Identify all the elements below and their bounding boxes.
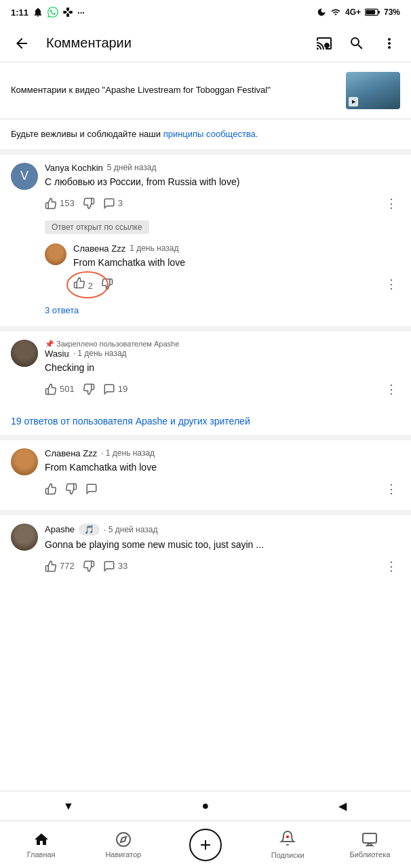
battery-icon bbox=[365, 8, 380, 16]
signal-icon bbox=[330, 7, 341, 17]
pinned-badge: 📌 Закреплено пользователем Apashe bbox=[45, 340, 400, 349]
nav-home[interactable]: Главная bbox=[0, 821, 82, 868]
comment-2-time: · 1 день назад bbox=[73, 349, 127, 358]
nav-library[interactable]: Библиотека bbox=[329, 821, 411, 868]
back-button[interactable] bbox=[8, 30, 35, 57]
reply-1-header: Славена Zzz 1 день назад bbox=[73, 243, 400, 254]
more-reply-1[interactable]: ⋮ bbox=[383, 274, 400, 294]
like-button-4[interactable]: 772 bbox=[45, 560, 75, 572]
nav-navigator[interactable]: Навигатор bbox=[82, 821, 164, 868]
comment-2-body: 📌 Закреплено пользователем Apashe Wasiu … bbox=[45, 340, 400, 399]
nav-subscriptions[interactable]: Подписки bbox=[247, 821, 329, 868]
many-replies-link[interactable]: 19 ответов от пользователя Apashe и друг… bbox=[0, 410, 411, 435]
reply-1-time: 1 день назад bbox=[130, 243, 178, 253]
nav-add[interactable] bbox=[164, 821, 246, 868]
comment-section-1: V Vanya Kochkin 5 дней назад С любовью и… bbox=[0, 155, 411, 326]
like-button-3[interactable] bbox=[45, 483, 57, 495]
comment-1-actions: 153 3 ⋮ bbox=[45, 193, 400, 214]
avatar-slavena-3 bbox=[11, 448, 38, 475]
comment-4-actions: 772 33 ⋮ bbox=[45, 556, 400, 576]
reply-btn-3[interactable] bbox=[85, 483, 98, 495]
game-icon bbox=[62, 7, 73, 18]
divider-1 bbox=[0, 326, 411, 332]
nav-home-label: Главная bbox=[27, 850, 56, 859]
status-left: 1:11 ··· bbox=[11, 7, 85, 18]
dislike-button-reply-1[interactable] bbox=[101, 278, 113, 290]
comment-section-3: Славена Zzz · 1 день назад From Kamchatk… bbox=[0, 440, 411, 510]
avatar-vanya: V bbox=[11, 163, 38, 190]
video-info-text: Комментарии к видео "Apashe Livestream f… bbox=[11, 84, 338, 96]
comment-1-header: Vanya Kochkin 5 дней назад bbox=[45, 163, 400, 173]
android-nav: ▼ ● ◀ bbox=[0, 791, 411, 821]
guidelines-text: Будьте вежливы и соблюдайте наши bbox=[11, 129, 163, 139]
like-button-2[interactable]: 501 bbox=[45, 383, 75, 395]
more-comment-2[interactable]: ⋮ bbox=[383, 379, 400, 399]
reply-item-1: Славена Zzz 1 день назад From Kamchatka … bbox=[45, 243, 400, 294]
reply-count-4: 33 bbox=[118, 561, 128, 571]
page-title: Комментарии bbox=[46, 35, 305, 51]
video-thumbnail[interactable]: ▶ bbox=[346, 72, 400, 109]
battery-pct: 73% bbox=[384, 7, 400, 17]
comment-section-4: Apashe 🎵 · 5 дней назад Gonna be playing… bbox=[0, 515, 411, 587]
divider-3 bbox=[0, 510, 411, 515]
android-back[interactable]: ▼ bbox=[55, 793, 82, 820]
dislike-button-3[interactable] bbox=[65, 483, 77, 495]
reply-1-author: Славена Zzz bbox=[73, 243, 125, 254]
guidelines-section: Будьте вежливы и соблюдайте наши принцип… bbox=[0, 119, 411, 155]
comment-3-author: Славена Zzz bbox=[45, 448, 97, 458]
comment-4-text: Gonna be playing some new music too, jus… bbox=[45, 538, 400, 552]
comment-2-header: Wasiu · 1 день назад bbox=[45, 349, 400, 359]
reply-btn-4[interactable]: 33 bbox=[103, 560, 128, 572]
comment-1-author: Vanya Kochkin bbox=[45, 163, 103, 173]
svg-rect-5 bbox=[363, 833, 376, 843]
reply-btn-2[interactable]: 19 bbox=[103, 383, 128, 395]
reply-badge: Ответ открыт по ссылке bbox=[45, 220, 149, 234]
reply-count-1: 3 bbox=[118, 198, 123, 208]
video-info: Комментарии к видео "Apashe Livestream f… bbox=[0, 62, 411, 119]
comment-4: Apashe 🎵 · 5 дней назад Gonna be playing… bbox=[11, 524, 400, 576]
avatar-letter: V bbox=[20, 169, 28, 183]
whatsapp-icon bbox=[47, 7, 58, 18]
comment-2-text: Checking in bbox=[45, 361, 400, 375]
android-home[interactable]: ● bbox=[192, 793, 219, 820]
library-icon bbox=[361, 831, 378, 848]
comment-4-header: Apashe 🎵 · 5 дней назад bbox=[45, 524, 400, 536]
comment-4-time: · 5 дней назад bbox=[104, 525, 157, 534]
nav-navigator-label: Навигатор bbox=[105, 850, 141, 859]
reply-btn-1[interactable]: 3 bbox=[103, 197, 123, 210]
comment-4-body: Apashe 🎵 · 5 дней назад Gonna be playing… bbox=[45, 524, 400, 576]
comment-1-text: С любовью из России, from Russia with lo… bbox=[45, 175, 400, 189]
guidelines-link[interactable]: принципы сообщества. bbox=[163, 129, 258, 139]
replies-link-1[interactable]: 3 ответа bbox=[45, 305, 79, 315]
cast-button[interactable] bbox=[311, 30, 338, 57]
comment-section-2: 📌 Закреплено пользователем Apashe Wasiu … bbox=[0, 332, 411, 410]
add-button[interactable] bbox=[189, 829, 222, 861]
svg-point-3 bbox=[117, 833, 130, 846]
dislike-button-1[interactable] bbox=[83, 197, 95, 210]
svg-rect-2 bbox=[378, 11, 380, 14]
more-comment-1[interactable]: ⋮ bbox=[383, 193, 400, 214]
comment-2-actions: 501 19 ⋮ bbox=[45, 379, 400, 399]
more-comment-3[interactable]: ⋮ bbox=[383, 479, 400, 499]
comment-1: V Vanya Kochkin 5 дней назад С любовью и… bbox=[11, 163, 400, 315]
android-recent[interactable]: ◀ bbox=[329, 793, 356, 820]
comment-3-time: · 1 день назад bbox=[101, 448, 155, 458]
dislike-button-2[interactable] bbox=[83, 383, 95, 395]
reply-section-1: Ответ открыт по ссылке Славена Zzz 1 ден… bbox=[45, 220, 400, 315]
like-button-1[interactable]: 153 bbox=[45, 197, 75, 210]
dislike-button-4[interactable] bbox=[83, 560, 95, 572]
status-bar: 1:11 ··· 4G+ 73% bbox=[0, 0, 411, 24]
reply-1-body: Славена Zzz 1 день назад From Kamchatka … bbox=[73, 243, 400, 294]
more-comment-4[interactable]: ⋮ bbox=[383, 556, 400, 576]
like-count-2: 501 bbox=[60, 384, 75, 394]
more-button[interactable] bbox=[376, 30, 403, 57]
bottom-nav: Главная Навигатор Подписки Библиотека bbox=[0, 821, 411, 868]
comment-1-body: Vanya Kochkin 5 дней назад С любовью из … bbox=[45, 163, 400, 315]
comment-3-actions: ⋮ bbox=[45, 479, 400, 499]
comment-3: Славена Zzz · 1 день назад From Kamchatk… bbox=[11, 448, 400, 499]
comment-3-text: From Kamchatka with love bbox=[45, 460, 400, 475]
like-button-reply-1[interactable]: 2 bbox=[73, 277, 93, 291]
search-button[interactable] bbox=[343, 30, 370, 57]
like-count-4: 772 bbox=[60, 561, 75, 571]
network-label: 4G+ bbox=[345, 7, 361, 17]
